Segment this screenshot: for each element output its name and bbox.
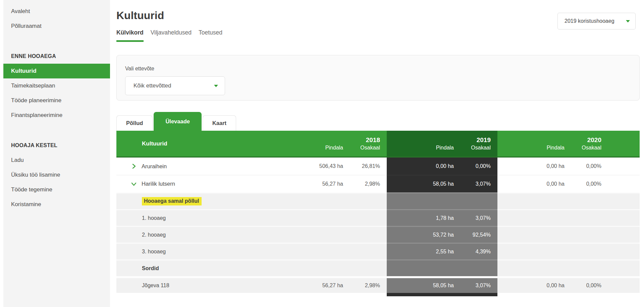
sidebar-item-enne-hooaega: ENNE HOOAEGA [3,49,110,64]
value-cell-2019: 53,72 ha92,54% [387,226,497,243]
pindala-value: 58,05 ha [387,181,454,187]
year-label-2018: 2018 [276,136,380,144]
pindala-value: 1,78 ha [387,215,454,221]
company-filter-dropdown[interactable]: Kõik ettevõtted [125,76,225,95]
osakaal-value: 0,00% [565,181,601,187]
value-cell-2019: 0,00 ha0,00% [387,158,497,175]
year-label-2020: 2020 [497,136,601,144]
row-label: Sordid [142,265,159,271]
value-cell-2019: 2,55 ha4,39% [387,243,497,259]
value-cell-2018 [276,226,387,243]
osakaal-value: 92,54% [454,232,491,238]
header-filler [608,131,640,157]
expand-chevron-icon[interactable] [131,163,137,169]
row-filler [608,192,640,209]
value-cell-2019: 1,78 ha3,07% [387,209,497,226]
row-name-cell: Sordid [116,259,276,276]
value-cell-2018 [276,259,387,276]
table-row-1-hooaeg: 1. hooaeg1,78 ha3,07% [116,209,640,226]
sidebar: AvalehtPõlluraamatENNE HOOAEGAKultuuridT… [3,0,110,307]
value-cell-2019 [387,259,497,276]
sidebar-item-kultuurid[interactable]: Kultuurid [3,64,110,78]
osakaal-value: 0,00% [565,163,601,169]
crops-table: Kultuurid 2018PindalaOsakaal2019PindalaO… [116,131,640,296]
collapse-chevron-icon[interactable] [131,181,137,187]
tab-viljavaheldused[interactable]: Viljavaheldused [151,29,192,42]
sidebar-item-t-de-planeerimine[interactable]: Tööde planeerimine [3,93,110,108]
value-cell-2018 [276,192,387,209]
value-cell-2020 [497,226,608,243]
osakaal-value: 3,07% [454,215,491,221]
sidebar-item-ladu[interactable]: Ladu [3,153,110,168]
pindala-value: 506,43 ha [276,163,343,169]
pindala-value: 53,72 ha [387,232,454,238]
value-cell-2019: 58,05 ha3,07% [387,276,497,293]
osakaal-value: 26,81% [343,163,380,169]
row-filler [608,276,640,293]
view-tab-kaart[interactable]: Kaart [203,115,236,131]
sidebar-item-avaleht[interactable]: Avaleht [3,4,110,19]
row-filler [608,259,640,276]
row-label: Aruraihein [142,163,167,170]
sidebar-item-t-de-tegemine[interactable]: Tööde tegemine [3,182,110,197]
season-selector-dropdown[interactable]: 2019 koristushooaeg [557,13,636,29]
table-row-sordid: Sordid [116,259,640,276]
chevron-down-icon [214,85,218,87]
column-header-osakaal-2020: Osakaal [565,145,601,151]
pindala-value: 0,00 ha [497,283,565,289]
row-label: 3. hooaeg [142,249,166,255]
table-rows: Aruraihein506,43 ha26,81%0,00 ha0,00%0,0… [116,158,640,293]
value-cell-2019: 58,05 ha3,07% [387,175,497,192]
value-cell-2018 [276,243,387,259]
value-cell-2020: 0,00 ha0,00% [497,158,608,175]
nav-tabs: KülvikordViljavaheldusedToetused [116,29,640,42]
pindala-value: 0,00 ha [497,163,565,169]
column-group-2018: 2018PindalaOsakaal [276,131,387,157]
row-label: Jõgeva 118 [142,283,169,289]
row-label: 2. hooaeg [142,232,166,238]
osakaal-value: 0,00% [565,283,601,289]
tab-k-lvikord[interactable]: Külvikord [116,29,144,42]
pindala-value: 58,05 ha [387,283,454,289]
value-cell-2020 [497,243,608,259]
company-filter-value: Kõik ettevõtted [133,82,171,89]
table-header-groups: 2018PindalaOsakaal2019PindalaOsakaal2020… [276,131,608,157]
value-cell-2018: 56,27 ha2,98% [276,175,387,192]
view-tab-p-llud[interactable]: Põllud [116,115,153,131]
column-header-pindala-2018: Pindala [276,145,343,151]
column-header-pindala-2019: Pindala [387,145,454,151]
column-header-osakaal-2019: Osakaal [454,145,491,151]
osakaal-value: 0,00% [454,163,491,169]
sidebar-item-p-lluraamat[interactable]: Põlluraamat [3,19,110,34]
value-cell-2019 [387,192,497,209]
column-header-kultuurid: Kultuurid [116,131,276,157]
osakaal-value: 3,07% [454,283,491,289]
column-header-osakaal-2018: Osakaal [343,145,380,151]
row-name-cell: 3. hooaeg [116,243,276,259]
pindala-value: 2,55 ha [387,249,454,255]
sidebar-item-finantsplaneerimine[interactable]: Finantsplaneerimine [3,108,110,123]
osakaal-value: 2,98% [343,283,380,289]
column-group-2019: 2019PindalaOsakaal [387,131,497,157]
table-row-hooaega-samal-p-llul: Hooaega samal põllul [116,192,640,209]
value-cell-2020: 0,00 ha0,00% [497,276,608,293]
sidebar-item-ksiku-t-lisamine[interactable]: Üksiku töö lisamine [3,168,110,182]
row-filler [608,175,640,192]
highlight-band-segment [387,293,497,296]
sidebar-item-koristamine[interactable]: Koristamine [3,197,110,212]
tab-toetused[interactable]: Toetused [199,29,222,42]
table-row-harilik-lutsern[interactable]: Harilik lutsern56,27 ha2,98%58,05 ha3,07… [116,175,640,192]
row-filler [608,158,640,175]
table-row-aruraihein[interactable]: Aruraihein506,43 ha26,81%0,00 ha0,00%0,0… [116,158,640,175]
sidebar-item-taimekaitseplaan[interactable]: Taimekaitseplaan [3,78,110,93]
column-group-2020: 2020PindalaOsakaal [497,131,608,157]
main-content: Kultuurid 2019 koristushooaeg KülvikordV… [116,0,640,307]
osakaal-value: 3,07% [454,181,491,187]
row-name-cell: Hooaega samal põllul [116,192,276,209]
row-name-cell: Aruraihein [116,158,276,175]
view-tab-levaade[interactable]: Ülevaade [154,112,201,131]
pindala-value: 0,00 ha [387,163,454,169]
value-cell-2020 [497,259,608,276]
value-cell-2020 [497,209,608,226]
row-label: Harilik lutsern [142,181,175,187]
